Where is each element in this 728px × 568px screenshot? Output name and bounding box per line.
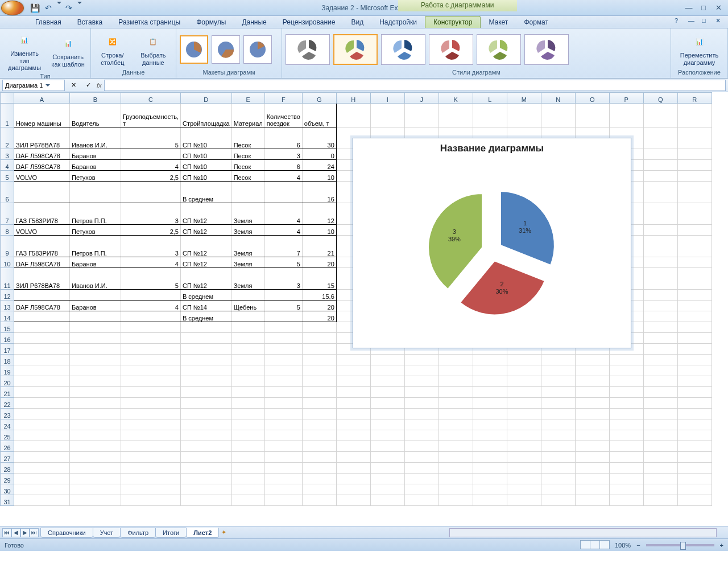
cell-18-A[interactable] [14, 355, 70, 365]
chart-plot-area[interactable]: 131%230%339% [353, 154, 631, 336]
row-header-16[interactable]: 16 [1, 333, 14, 344]
cell-28-E[interactable] [231, 463, 264, 474]
save-icon[interactable]: 💾 [28, 2, 41, 14]
cell-30-G[interactable] [302, 484, 336, 495]
cell-3-A[interactable]: DAF Л598СА78 [14, 149, 70, 160]
cell-31-M[interactable] [507, 495, 541, 506]
cell-10-E[interactable]: Земля [231, 257, 264, 268]
cell-19-A[interactable] [14, 365, 70, 376]
cell-5-C[interactable]: 2,5 [121, 171, 181, 182]
cell-6-C[interactable] [121, 182, 181, 203]
cell-8-B[interactable]: Петухов [70, 225, 121, 236]
col-header-N[interactable]: N [541, 93, 575, 104]
cell-11-F[interactable]: 3 [264, 268, 302, 290]
row-header-10[interactable]: 10 [1, 257, 14, 268]
fx-icon[interactable]: fx [97, 82, 102, 89]
cell-11-C[interactable]: 5 [121, 268, 181, 290]
cell-21-Q[interactable] [643, 387, 677, 398]
save-as-template-button[interactable]: 📊Сохранить как шаблон [49, 33, 87, 69]
cell-29-L[interactable] [473, 474, 507, 484]
tab-Рецензирование[interactable]: Рецензирование [275, 17, 344, 28]
cell-19-J[interactable] [404, 365, 439, 376]
cell-18-J[interactable] [404, 355, 439, 365]
cell-26-N[interactable] [541, 441, 575, 452]
cell-18-R[interactable] [677, 355, 712, 365]
row-header-23[interactable]: 23 [1, 409, 14, 419]
cell-14-D[interactable]: В среднем [180, 311, 231, 322]
cell-6-G[interactable]: 16 [302, 182, 336, 203]
cell-19-B[interactable] [70, 365, 121, 376]
cell-27-D[interactable] [180, 452, 231, 463]
chart-style-3[interactable] [381, 34, 425, 65]
cell-28-M[interactable] [507, 463, 541, 474]
cell-29-M[interactable] [507, 474, 541, 484]
cell-21-D[interactable] [180, 387, 231, 398]
cell-22-E[interactable] [231, 398, 264, 409]
cell-20-K[interactable] [439, 376, 473, 387]
cell-10-B[interactable]: Баранов [70, 257, 121, 268]
cell-24-A[interactable] [14, 419, 70, 430]
cell-3-B[interactable]: Баранов [70, 149, 121, 160]
cell-23-D[interactable] [180, 409, 231, 419]
cell-18-O[interactable] [575, 355, 609, 365]
cell-25-R[interactable] [677, 430, 712, 441]
cell-6-E[interactable] [231, 182, 264, 203]
cell-8-R[interactable] [677, 225, 712, 236]
restore-icon[interactable]: □ [702, 17, 711, 26]
cell-2-B[interactable]: Иванов И.И. [70, 127, 121, 149]
cell-12-D[interactable]: В среднем [180, 290, 231, 301]
cell-9-G[interactable]: 21 [302, 236, 336, 257]
cell-28-G[interactable] [302, 463, 336, 474]
cell-29-G[interactable] [302, 474, 336, 484]
cell-25-D[interactable] [180, 430, 231, 441]
cell-3-E[interactable]: Песок [231, 149, 264, 160]
cell-21-N[interactable] [541, 387, 575, 398]
select-data-button[interactable]: 📋Выбрать данные [134, 31, 172, 67]
cell-17-R[interactable] [677, 344, 712, 355]
cell-29-N[interactable] [541, 474, 575, 484]
cell-2-C[interactable]: 5 [121, 127, 181, 149]
row-header-26[interactable]: 26 [1, 441, 14, 452]
cell-10-A[interactable]: DAF Л598СА78 [14, 257, 70, 268]
cell-12-F[interactable] [264, 290, 302, 301]
cell-1-B[interactable]: Водитель [70, 104, 121, 127]
cell-7-B[interactable]: Петров П.П. [70, 203, 121, 225]
cell-26-F[interactable] [264, 441, 302, 452]
cell-7-Q[interactable] [643, 203, 677, 225]
cell-17-G[interactable] [302, 344, 336, 355]
cell-3-C[interactable] [121, 149, 181, 160]
cell-20-D[interactable] [180, 376, 231, 387]
cell-27-H[interactable] [336, 452, 370, 463]
col-header-O[interactable]: O [575, 93, 609, 104]
cell-9-B[interactable]: Петров П.П. [70, 236, 121, 257]
cell-30-E[interactable] [231, 484, 264, 495]
cell-3-G[interactable]: 0 [302, 149, 336, 160]
cell-31-E[interactable] [231, 495, 264, 506]
cell-16-R[interactable] [677, 333, 712, 344]
cell-30-R[interactable] [677, 484, 712, 495]
cell-22-K[interactable] [439, 398, 473, 409]
cell-26-G[interactable] [302, 441, 336, 452]
cell-30-I[interactable] [370, 484, 404, 495]
cell-25-H[interactable] [336, 430, 370, 441]
cell-24-O[interactable] [575, 419, 609, 430]
cell-6-Q[interactable] [643, 182, 677, 203]
cell-25-C[interactable] [121, 430, 181, 441]
cell-25-J[interactable] [404, 430, 439, 441]
cell-18-B[interactable] [70, 355, 121, 365]
move-chart-button[interactable]: 📊Переместить диаграмму [675, 31, 724, 67]
cell-22-B[interactable] [70, 398, 121, 409]
zoom-slider[interactable] [646, 544, 714, 546]
cell-18-G[interactable] [302, 355, 336, 365]
cell-28-N[interactable] [541, 463, 575, 474]
formula-input[interactable] [104, 80, 726, 91]
cell-18-L[interactable] [473, 355, 507, 365]
cell-4-Q[interactable] [643, 160, 677, 171]
cell-23-B[interactable] [70, 409, 121, 419]
col-header-K[interactable]: K [439, 93, 473, 104]
cell-21-G[interactable] [302, 387, 336, 398]
cell-27-E[interactable] [231, 452, 264, 463]
cell-3-D[interactable]: СП №10 [180, 149, 231, 160]
cell-9-Q[interactable] [643, 236, 677, 257]
cell-11-G[interactable]: 15 [302, 268, 336, 290]
